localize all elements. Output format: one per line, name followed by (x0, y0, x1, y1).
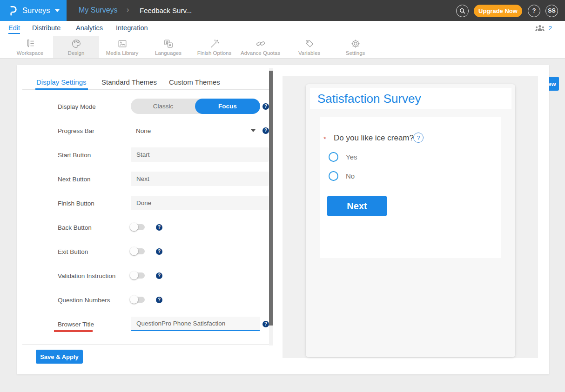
toolbar-item-variables[interactable]: Variables (286, 36, 332, 58)
answer-option-no[interactable]: No (329, 171, 355, 181)
question-text: Do you like ice cream? (334, 133, 414, 143)
next-button-input[interactable]: Next (131, 172, 269, 186)
help-icon[interactable]: ? (262, 321, 269, 327)
advance-quotas-icon (255, 39, 266, 49)
row-finish-button: Finish Button Done (58, 195, 272, 211)
help-icon[interactable]: ? (262, 127, 269, 134)
toolbar-item-settings[interactable]: Settings (332, 36, 378, 58)
toolbar-item-workspace[interactable]: Workspace (7, 36, 53, 58)
settings-icon (350, 39, 361, 49)
breadcrumb-separator: › (127, 6, 129, 14)
row-question-numbers: Question Numbers ? (58, 292, 272, 307)
panel-scrollbar-thumb[interactable] (269, 71, 273, 326)
toggle-knob (130, 295, 138, 304)
tab-display-settings[interactable]: Display Settings (36, 78, 87, 86)
finish-options-icon (209, 39, 220, 49)
workspace-icon (25, 39, 36, 49)
tab-distribute[interactable]: Distribute (32, 24, 61, 32)
active-tab-underline (35, 88, 88, 90)
avatar[interactable]: SS (545, 5, 558, 17)
toolbar-item-languages[interactable]: Languages (145, 36, 191, 58)
design-toolbar: Workspace Design Media Library (0, 36, 565, 59)
users-icon (535, 24, 545, 32)
design-icon (71, 39, 82, 49)
breadcrumb-parent[interactable]: My Surveys (79, 6, 118, 14)
help-button[interactable]: ? (528, 5, 540, 17)
tab-analytics[interactable]: Analytics (76, 24, 103, 32)
toggle-knob (130, 247, 138, 255)
exit-button-toggle[interactable] (131, 248, 145, 254)
help-icon[interactable]: ? (156, 248, 162, 255)
display-mode-option-classic[interactable]: Classic (131, 99, 195, 114)
question-numbers-toggle[interactable] (131, 297, 145, 303)
search-icon (459, 7, 466, 14)
row-exit-button: Exit Button ? (58, 244, 272, 259)
help-icon[interactable]: ? (156, 297, 162, 303)
toolbar-item-finish-options[interactable]: Finish Options (191, 36, 237, 58)
survey-title: Satisfaction Survey (317, 92, 421, 106)
collaborators-indicator[interactable]: 2 (535, 24, 552, 32)
toolbar-item-advance-quotas[interactable]: Advance Quotas (237, 36, 283, 58)
product-switcher[interactable]: Surveys (0, 0, 67, 21)
survey-preview-card: Satisfaction Survey * Do you like ice cr… (306, 84, 515, 357)
display-settings-panel: Display Settings Standard Themes Custom … (17, 65, 277, 374)
chevron-down-icon[interactable] (251, 129, 256, 132)
questionpro-logo-icon (7, 5, 18, 17)
help-icon[interactable]: ? (156, 272, 162, 279)
row-next-button: Next Button Next (58, 171, 272, 186)
question-card: * Do you like ice cream? ? Yes No Next (320, 117, 501, 258)
survey-preview-pane: Satisfaction Survey * Do you like ice cr… (282, 76, 538, 358)
variables-icon (304, 39, 315, 49)
panel-scrollbar-track[interactable] (269, 68, 273, 345)
browser-title-input[interactable]: QuestionPro Phone Satisfaction (131, 317, 260, 331)
toggle-knob (130, 223, 138, 231)
toolbar-item-design[interactable]: Design (53, 36, 99, 58)
row-browser-title: Browser Title QuestionPro Phone Satisfac… (58, 316, 272, 332)
question-help-icon[interactable]: ? (413, 133, 424, 143)
radio-icon[interactable] (329, 152, 338, 162)
row-validation-instruction: Validation Instruction ? (58, 268, 272, 283)
top-bar: Surveys My Surveys › Feedback Surv... Up… (0, 0, 565, 21)
languages-icon (163, 39, 174, 49)
browser-title-red-underline (54, 330, 93, 332)
product-label: Surveys (22, 6, 50, 15)
save-apply-button[interactable]: Save & Apply (36, 350, 83, 364)
display-mode-segmented-control: Classic Focus (131, 99, 260, 114)
answer-option-yes[interactable]: Yes (329, 152, 357, 162)
back-button-toggle[interactable] (131, 224, 145, 230)
row-progress-bar: Progress Bar None ? (58, 123, 272, 138)
tab-integration[interactable]: Integration (116, 24, 148, 32)
required-marker: * (323, 135, 326, 143)
finish-button-input[interactable]: Done (131, 196, 269, 210)
toolbar-item-media-library[interactable]: Media Library (99, 36, 145, 58)
tab-edit[interactable]: Edit (8, 24, 20, 34)
start-button-input[interactable]: Start (131, 147, 269, 162)
survey-title-bar: Satisfaction Survey (310, 88, 511, 109)
survey-next-button[interactable]: Next (327, 196, 387, 216)
display-mode-option-focus[interactable]: Focus (195, 99, 260, 114)
help-icon[interactable]: ? (262, 103, 269, 110)
row-start-button: Start Button Start (58, 147, 272, 162)
collaborators-count: 2 (548, 25, 552, 32)
help-icon[interactable]: ? (156, 224, 162, 231)
tab-standard-themes[interactable]: Standard Themes (101, 78, 157, 86)
breadcrumb-current[interactable]: Feedback Surv... (140, 7, 192, 14)
toggle-knob (130, 271, 138, 279)
validation-instruction-toggle[interactable] (131, 272, 145, 279)
progress-bar-select[interactable]: None (136, 127, 151, 134)
panel-bottom-divider (22, 344, 269, 345)
search-button[interactable] (456, 5, 469, 17)
tab-custom-themes[interactable]: Custom Themes (169, 78, 220, 86)
main-content-card: Display Settings Standard Themes Custom … (17, 65, 549, 374)
survey-nav: Edit Distribute Analytics Integration 2 (0, 21, 565, 36)
row-back-button: Back Button ? (58, 219, 272, 235)
upgrade-now-button[interactable]: Upgrade Now (474, 5, 522, 17)
radio-icon[interactable] (329, 171, 338, 181)
media-library-icon (117, 39, 128, 49)
row-display-mode: Display Mode Classic Focus ? (58, 99, 272, 114)
chevron-down-icon (55, 9, 60, 12)
